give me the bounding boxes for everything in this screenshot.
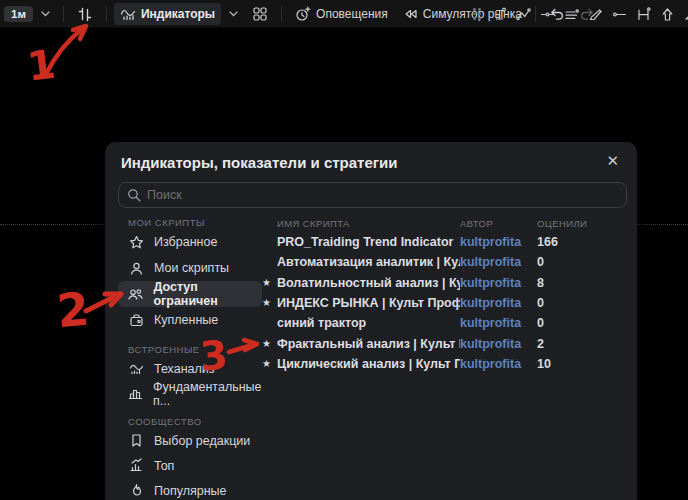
top-toolbar: 1м Индикаторы	[0, 0, 688, 28]
sidebar-item-label: Фундаментальные п...	[153, 380, 262, 408]
alerts-button[interactable]: Оповещения	[289, 3, 394, 25]
script-name[interactable]: синий трактор	[277, 316, 460, 330]
rating-count: 0	[537, 296, 627, 310]
indicators-chevron-down-icon[interactable]	[223, 8, 244, 20]
indicator-templates-icon[interactable]	[246, 3, 274, 25]
table-header: ИМЯ СКРИПТА АВТОР ОЦЕНИЛИ	[262, 216, 627, 230]
rating-count: 0	[537, 316, 627, 330]
search-icon	[127, 188, 141, 202]
toolbar-divider	[106, 6, 107, 22]
sidebar-item-my-scripts[interactable]: Мои скрипты	[118, 255, 262, 281]
star-outline-icon	[127, 234, 145, 251]
indicators-button[interactable]: Индикаторы	[114, 3, 221, 25]
sidebar-item-label: Мои скрипты	[154, 261, 229, 275]
author-link[interactable]: kultprofita	[460, 316, 537, 330]
trend-line-tool-icon[interactable]	[491, 6, 508, 23]
bar-chart-icon	[127, 385, 144, 402]
scripts-table: ИМЯ СКРИПТА АВТОР ОЦЕНИЛИ PRO_Traiding T…	[262, 216, 627, 500]
sidebar-item-label: Доступ ограничен	[153, 280, 262, 308]
script-name[interactable]: PRO_Traiding Trend Indicator	[277, 235, 460, 249]
table-row[interactable]: синий трактор kultprofita 0	[262, 313, 627, 333]
sidebar-item-fundamentals[interactable]: Фундаментальные п...	[118, 381, 262, 406]
sidebar-section-built-ins: ВСТРОЕННЫЕ	[118, 343, 262, 356]
interval-button[interactable]: 1м	[4, 6, 33, 22]
dialog-header: Индикаторы, показатели и стратегии ✕	[105, 142, 637, 176]
table-row[interactable]: ★ Фрактальный анализ | Культ Профита | k…	[262, 333, 627, 353]
sidebar-item-label: Купленные	[154, 313, 218, 327]
table-row[interactable]: ★ ИНДЕКС РЫНКА | Культ Профита kultprofi…	[262, 293, 627, 313]
chart-style-bars-icon[interactable]	[71, 3, 99, 25]
author-link[interactable]: kultprofita	[460, 255, 537, 269]
row-star-icon[interactable]: ★	[262, 359, 277, 369]
horizontal-ray-tool-icon[interactable]	[611, 6, 628, 23]
sidebar-item-popular[interactable]: Популярные	[118, 478, 262, 500]
sidebar-item-label: Выбор редакции	[154, 434, 250, 448]
script-name[interactable]: ИНДЕКС РЫНКА | Культ Профита	[277, 296, 460, 310]
sidebar-section-community: СООБЩЕСТВО	[118, 415, 262, 428]
rating-count: 0	[537, 255, 627, 269]
flame-icon	[127, 482, 145, 499]
parallel-lines-tool-icon[interactable]	[563, 6, 580, 23]
author-link[interactable]: kultprofita	[460, 357, 537, 371]
header-rating: ОЦЕНИЛИ	[537, 218, 627, 229]
indicators-icon	[120, 6, 136, 22]
clipped-tool-icon[interactable]	[683, 6, 688, 23]
indicators-label: Индикаторы	[141, 7, 215, 21]
row-star-icon[interactable]: ★	[262, 278, 277, 288]
date-range-tool-icon[interactable]	[635, 6, 652, 23]
table-row[interactable]: Автоматизация аналитик | Культ Проф... k…	[262, 252, 627, 272]
rating-count: 166	[537, 235, 627, 249]
row-star-icon[interactable]: ★	[262, 298, 277, 308]
dialog-sidebar: МОИ СКРИПТЫ Избранное Мои скрипты Доступ…	[118, 216, 262, 500]
search-input[interactable]	[147, 188, 618, 202]
users-icon	[127, 286, 144, 303]
sidebar-item-favorites[interactable]: Избранное	[118, 229, 262, 255]
rewind-icon	[402, 6, 418, 22]
header-script-name: ИМЯ СКРИПТА	[277, 218, 460, 229]
rating-count: 10	[537, 357, 627, 371]
wave-chart-icon	[127, 360, 145, 377]
interval-chevron-down-icon[interactable]	[35, 8, 56, 20]
indicators-dialog: Индикаторы, показатели и стратегии ✕ МОИ…	[105, 142, 637, 500]
sidebar-item-editors-picks[interactable]: Выбор редакции	[118, 428, 262, 453]
arrow-up-marker-tool-icon[interactable]	[659, 6, 676, 23]
bookmark-icon	[127, 432, 145, 449]
author-link[interactable]: kultprofita	[460, 276, 537, 290]
top-chart-icon	[127, 457, 145, 474]
row-star-icon[interactable]: ★	[262, 339, 277, 349]
close-icon[interactable]: ✕	[602, 150, 623, 172]
sidebar-item-label: Избранное	[154, 235, 217, 249]
author-link[interactable]: kultprofita	[460, 235, 537, 249]
rating-count: 8	[537, 276, 627, 290]
script-name[interactable]: Автоматизация аналитик | Культ Проф...	[277, 255, 460, 269]
rating-count: 2	[537, 337, 627, 351]
zigzag-tool-icon[interactable]	[515, 6, 532, 23]
sidebar-item-invite-only[interactable]: Доступ ограничен	[118, 281, 262, 307]
toolbar-divider	[281, 6, 282, 22]
table-row[interactable]: ★ Циклический анализ | Культ Профита kul…	[262, 354, 627, 374]
dot-line-tool-icon[interactable]	[539, 6, 556, 23]
header-author: АВТОР	[460, 218, 537, 229]
author-link[interactable]: kultprofita	[460, 337, 537, 351]
sidebar-item-label: Теханализ	[154, 362, 215, 376]
brush-tool-icon[interactable]	[587, 6, 604, 23]
favorite-drawing-tools	[473, 0, 688, 28]
sidebar-item-top[interactable]: Топ	[118, 453, 262, 478]
search-box[interactable]	[118, 182, 627, 208]
drag-handle-icon[interactable]	[473, 8, 481, 20]
toolbar-divider	[63, 6, 64, 22]
script-name[interactable]: Циклический анализ | Культ Профита	[277, 357, 460, 371]
table-row[interactable]: ★ Волатильностный анализ | Культ Проф...…	[262, 273, 627, 293]
wallet-icon	[127, 312, 145, 329]
table-row[interactable]: PRO_Traiding Trend Indicator kultprofita…	[262, 232, 627, 252]
sidebar-item-purchased[interactable]: Купленные	[118, 307, 262, 333]
alerts-label: Оповещения	[316, 7, 388, 21]
sidebar-item-technicals[interactable]: Теханализ	[118, 356, 262, 381]
sidebar-item-label: Популярные	[154, 484, 227, 498]
script-name[interactable]: Фрактальный анализ | Культ Профита |	[277, 337, 460, 351]
sidebar-item-label: Топ	[154, 459, 174, 473]
dialog-title: Индикаторы, показатели и стратегии	[121, 154, 602, 171]
sidebar-section-my-scripts: МОИ СКРИПТЫ	[118, 216, 262, 229]
author-link[interactable]: kultprofita	[460, 296, 537, 310]
script-name[interactable]: Волатильностный анализ | Культ Проф...	[277, 276, 460, 290]
